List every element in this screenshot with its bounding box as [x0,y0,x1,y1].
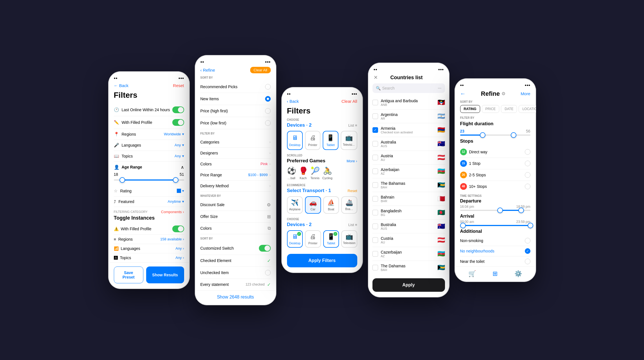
country-check-0[interactable] [372,100,378,105]
country-check-4[interactable] [372,155,378,160]
show-results-button[interactable]: Show Results [146,266,184,283]
sort-radio-3[interactable] [265,120,271,126]
game-0[interactable]: ⚽ …ball [287,167,296,180]
check-unchecked[interactable] [265,270,271,275]
toggle-sec-row-3[interactable]: 🅰 Topics Any › [114,253,184,262]
country-check-12[interactable] [372,265,378,270]
close-button-4[interactable]: ✕ [374,74,378,81]
back-button-1[interactable]: ← Back [114,83,129,88]
game-1[interactable]: 🥊 Kach [299,167,308,180]
apply-button-4[interactable]: Apply [372,278,445,292]
transport-airplane[interactable]: ✈️ Airplane [287,196,303,214]
stop-radio-2[interactable] [525,172,530,178]
flight-track[interactable] [460,135,530,136]
tab-date[interactable]: DATE [501,105,517,113]
departure-track[interactable] [460,210,530,211]
back-button-5[interactable]: ← [460,90,466,97]
grid-footer-icon[interactable]: ⊞ [492,270,498,277]
stop-row-1[interactable]: 15 1 Stop [460,158,530,169]
more-button-5[interactable]: More [521,91,530,96]
whatever-discount[interactable]: Discount Sale ⚙ [200,199,271,211]
stop-radio-0[interactable] [525,149,530,155]
country-check-10[interactable] [372,237,378,243]
country-check-11[interactable] [372,251,378,257]
additional-row-0[interactable]: Non-smoking [460,236,530,246]
extra-row-3[interactable]: Every statement 123 checked ✓ [200,279,271,290]
sort-radio-2[interactable] [265,108,271,114]
filter-row-topics[interactable]: 📖 Topics Any ▾ [114,151,184,162]
country-row-6[interactable]: The Bahamas BAH 🇧🇸 [372,178,445,192]
country-row-12[interactable]: The Dahamas BAH 🇧🇸 [372,261,445,274]
filter-cat-value[interactable]: Components › [161,210,184,214]
country-check-7[interactable] [372,196,378,202]
device2-tv[interactable]: 📺 Television [341,230,357,248]
stop-row-2[interactable]: 26 2-5 Stops [460,169,530,181]
transport-reset-btn[interactable]: Reset [348,189,357,193]
device-tablet[interactable]: 📱 Tablet [323,131,338,150]
country-row-4[interactable]: Austria AU 🇦🇹 [372,151,445,165]
sort-row-1[interactable]: New Items [200,93,271,105]
clear-all-3[interactable]: Clear All [342,99,357,104]
additional-row-1[interactable]: No neighbourhoods ✓ [460,246,530,256]
filter-categories[interactable]: Categories › [200,137,271,148]
country-row-8[interactable]: Bangladesh BG 🇧🇩 [372,206,445,220]
country-row-3[interactable]: Australia AUS 🇦🇺 [372,137,445,151]
country-check-3[interactable] [372,141,378,147]
toggle-sec-row-1[interactable]: ≡ Regions 158 available › [114,235,184,244]
device-desktop[interactable]: 🖥 Desktop [287,131,303,150]
sort-row-2[interactable]: Price (high first) [200,105,271,117]
save-preset-button[interactable]: Save Preset [114,266,144,283]
apply-filters-button[interactable]: Apply Filters [287,254,357,267]
toggle-online[interactable] [172,106,184,113]
tab-price[interactable]: PRICE [482,105,500,113]
sort-row-0[interactable]: Recommended Picks [200,81,271,93]
sort-radio-1[interactable] [265,96,271,102]
game-3[interactable]: 🚴 Cycling [322,167,333,180]
stop-row-3[interactable]: 48 10+ Stops [460,181,530,192]
back-button-3[interactable]: ‹ Back [287,99,299,104]
whatever-colors[interactable]: Colors ⧉ [200,223,271,234]
filter-designers[interactable]: Designers › [200,148,271,159]
more-btn[interactable]: More › [347,159,357,163]
country-row-2[interactable]: ✓ Armenia Checked icon activated 🇦🇲 [372,123,445,137]
extra-row-1[interactable]: Checked Element ✓ [200,255,271,267]
transport-boat[interactable]: ⛵ Boat [323,196,339,214]
add-radio-2[interactable] [525,259,530,264]
back-button-2[interactable]: ‹ Refine [200,68,215,72]
country-check-5[interactable] [372,168,378,174]
filter-row-languages[interactable]: 🎤 Languages Any ▾ [114,140,184,151]
sort-row-3[interactable]: Price (low first) [200,117,271,129]
clear-all-button[interactable]: Clear All [250,67,270,73]
device2-printer[interactable]: 🖨 Printer [305,230,321,248]
country-row-11[interactable]: Cazerbaijan AZ 🇦🇿 [372,247,445,261]
country-check-1[interactable] [372,113,378,119]
sort-radio-0[interactable] [265,84,271,90]
toggle-sec-0[interactable] [172,225,184,232]
country-row-1[interactable]: Argentina AR 🇦🇷 [372,110,445,123]
additional-row-2[interactable]: Near the toilet [460,256,530,266]
add-check-1[interactable]: ✓ [525,248,530,254]
transport-ship[interactable]: 🚢 Boa… [341,196,357,214]
list-view-btn-2[interactable]: List ≡ [348,223,357,227]
add-radio-0[interactable] [525,238,530,243]
stop-row-0[interactable]: 12 Direct way [460,146,530,158]
tab-rating[interactable]: RATING [460,105,480,113]
check-checked[interactable]: ✓ [267,258,271,263]
game-2[interactable]: 🎾 Tennis [311,167,320,180]
country-row-7[interactable]: Bahrain BHR 🇧🇭 [372,192,445,206]
transport-car[interactable]: 🚗 Car [305,196,321,214]
reset-button-1[interactable]: Reset [173,83,184,88]
filter-row-regions[interactable]: 📍 Regions Worldwide ▾ [114,129,184,140]
filter-row-featured[interactable]: ⤴ Featured Anytime ▾ [114,197,184,207]
extra-row-0[interactable]: Customized Switch [200,242,271,255]
device-tv[interactable]: 📺 Televisi… [341,131,357,150]
settings-footer-icon[interactable]: ⚙️ [514,270,522,277]
toggle-sec-row-2[interactable]: 📶 Languages Any › [114,244,184,253]
filter-row-rating[interactable]: ☆ Rating 5+ ▾ [114,186,184,197]
country-check-8[interactable] [372,210,378,215]
country-check-6[interactable] [372,182,378,188]
country-check-2[interactable]: ✓ [372,127,378,133]
cart-footer-icon[interactable]: 🛒 [468,270,476,277]
arrival-track[interactable] [460,225,530,226]
stop-radio-3[interactable] [525,184,530,189]
